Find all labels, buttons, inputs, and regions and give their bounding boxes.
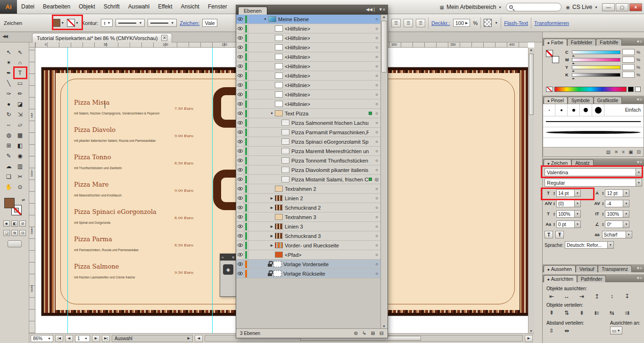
layer-row[interactable]: <Hilfslinie> ○ bbox=[236, 62, 380, 71]
target-icon[interactable]: ○ bbox=[373, 233, 380, 238]
shape-builder-tool[interactable]: ◍ bbox=[3, 130, 15, 140]
layer-name[interactable]: Textrahmen 3 bbox=[285, 214, 369, 220]
stepper-icon[interactable]: ▲▼ bbox=[553, 202, 555, 205]
restore-button[interactable]: ▢ bbox=[616, 3, 628, 11]
scrollbar-thumb[interactable] bbox=[381, 21, 387, 73]
stroke-swatch[interactable] bbox=[67, 19, 75, 27]
width-tool[interactable]: ⇔ bbox=[3, 120, 15, 130]
delete-brush-icon[interactable]: ⊟ bbox=[637, 149, 641, 155]
layer-row[interactable]: Textrahmen 3 ○ bbox=[236, 212, 380, 222]
visibility-toggle[interactable] bbox=[236, 222, 244, 231]
remove-brush-stroke-icon[interactable]: ✕ bbox=[614, 149, 618, 155]
layer-thumbnail[interactable] bbox=[281, 148, 289, 154]
vertical-scrollbar[interactable]: ▲ ▼ bbox=[528, 48, 534, 333]
scroll-down-icon[interactable]: ▼ bbox=[529, 329, 533, 333]
stepper-icon[interactable]: ▲▼ bbox=[553, 222, 555, 226]
menu-item[interactable]: Objekt bbox=[74, 0, 99, 11]
align-top-icon[interactable]: ↥ bbox=[592, 292, 602, 300]
pizza-title[interactable]: Pizza Spinaci eGorgonzola bbox=[74, 209, 189, 215]
menu-card-item[interactable]: Pizza Spinaci eGorgonzola mit Spinat und… bbox=[70, 209, 193, 229]
pizza-description[interactable]: mit Salami, frischen Champignons, Vorder… bbox=[74, 106, 189, 120]
layer-name[interactable]: <Hilfslinie> bbox=[285, 35, 369, 41]
scroll-up-icon[interactable]: ▲ bbox=[382, 15, 386, 18]
panel-tab[interactable]: ◆Absatz bbox=[571, 159, 594, 166]
align-center-h-icon[interactable]: ↔ bbox=[561, 292, 572, 300]
expand-panel-icon[interactable]: » bbox=[222, 255, 223, 260]
menu-card-item[interactable]: Pizza Tonno mit Thunfischstücken und Zwi… bbox=[70, 154, 193, 175]
layer-name[interactable]: <Hilfslinie> bbox=[285, 92, 369, 98]
gradient-mode-button[interactable]: ◧ bbox=[11, 220, 18, 227]
pencil-tool[interactable]: ✏ bbox=[15, 89, 26, 99]
chevron-right-icon[interactable]: ▶ bbox=[188, 336, 190, 340]
space-vertical-icon[interactable]: ⇳ bbox=[546, 327, 557, 335]
visibility-toggle[interactable] bbox=[236, 43, 244, 52]
brush-swatch[interactable] bbox=[555, 104, 568, 116]
layer-row[interactable]: <Hilfslinie> ○ bbox=[236, 90, 380, 99]
layer-name[interactable]: Pizza Mistamit Salami, frischen Ch... bbox=[291, 177, 369, 182]
layer-thumbnail[interactable] bbox=[275, 252, 283, 258]
layer-row[interactable]: Pizza Spinaci eGorgonzolamit Spi... ○ bbox=[236, 137, 380, 147]
target-icon[interactable]: ○ bbox=[373, 82, 380, 88]
layer-thumbnail[interactable] bbox=[275, 82, 283, 88]
layer-row[interactable]: <Hilfslinie> ○ bbox=[236, 71, 380, 81]
layer-row[interactable]: ▶ Vorder- und Rueckseite ○ bbox=[236, 241, 380, 250]
horizontal-scale-field[interactable]: 100%▼ bbox=[556, 210, 581, 218]
search-input[interactable] bbox=[506, 3, 561, 11]
brush-libraries-icon[interactable]: ▤ bbox=[606, 149, 610, 155]
layer-row[interactable]: Pizza Maremit Meeresfrüchten und ... ○ bbox=[236, 147, 380, 156]
symbol-sprayer-tool[interactable]: ☁ bbox=[3, 161, 15, 172]
visibility-toggle[interactable] bbox=[236, 212, 244, 221]
prev-artboard-button[interactable]: ◀ bbox=[65, 335, 73, 342]
target-icon[interactable]: ○ bbox=[373, 167, 380, 172]
type-tool[interactable]: T bbox=[15, 68, 26, 78]
gradient-tool[interactable]: ◧ bbox=[15, 140, 26, 151]
stepper-icon[interactable]: ▶ bbox=[465, 21, 468, 25]
mesh-tool[interactable]: ⊞ bbox=[3, 140, 15, 151]
workspace-switcher[interactable]: ▦ Mein Arbeitsbereich ▼ bbox=[440, 4, 502, 10]
lasso-tool[interactable]: ∩ bbox=[15, 57, 26, 68]
perspective-grid-tool[interactable]: ▦ bbox=[15, 130, 26, 140]
layer-thumbnail[interactable] bbox=[275, 242, 283, 248]
panel-menu-icon[interactable]: ▼≡ bbox=[636, 266, 642, 270]
target-icon[interactable]: ○ bbox=[373, 148, 380, 154]
target-icon[interactable]: ○ bbox=[373, 196, 380, 201]
pizza-description[interactable]: mit Thunfischstücken und Zwiebeln bbox=[74, 161, 189, 175]
chevron-down-icon[interactable]: ▼ bbox=[107, 21, 110, 24]
visibility-toggle[interactable] bbox=[236, 99, 244, 108]
character-panel-link[interactable]: Zeichen: bbox=[180, 20, 199, 26]
strikethrough-button[interactable]: Ŧ bbox=[555, 231, 564, 238]
visibility-toggle[interactable] bbox=[236, 137, 244, 146]
target-icon[interactable]: ○ bbox=[373, 64, 380, 69]
kerning-field[interactable]: (0)▼ bbox=[556, 200, 581, 207]
new-brush-icon[interactable]: ▣ bbox=[628, 149, 633, 155]
visibility-toggle[interactable] bbox=[236, 90, 244, 99]
distribute-top-icon[interactable]: ⇞ bbox=[546, 309, 557, 317]
layer-name[interactable]: <Hilfslinie> bbox=[285, 101, 369, 107]
align-left-icon[interactable]: ⇤ bbox=[546, 292, 557, 300]
layer-thumbnail[interactable] bbox=[275, 186, 283, 192]
make-clipping-mask-icon[interactable]: ⊚ bbox=[354, 330, 358, 336]
layer-thumbnail[interactable] bbox=[275, 63, 283, 69]
layers-scrollbar[interactable]: ▲ ▼ bbox=[380, 15, 388, 328]
pen-tool[interactable]: ✒ bbox=[3, 68, 15, 78]
layer-name[interactable]: Meine Ebene bbox=[278, 16, 369, 22]
blob-brush-tool[interactable]: ● bbox=[3, 99, 15, 109]
pizza-description[interactable]: mit Meeresfrüchten und Knoblauch bbox=[74, 188, 189, 202]
layer-row[interactable]: Pizza Tonnomit Thunfischstücken u... ○ bbox=[236, 156, 380, 165]
visibility-toggle[interactable] bbox=[236, 128, 244, 137]
none-swatch[interactable] bbox=[546, 87, 553, 92]
graphic-style-swatch[interactable] bbox=[484, 19, 492, 27]
layer-thumbnail[interactable] bbox=[281, 129, 289, 135]
panel-tab[interactable]: ◆Zeichen bbox=[544, 159, 571, 166]
channel-slider[interactable] bbox=[572, 58, 620, 62]
guide-line[interactable] bbox=[212, 48, 213, 333]
anti-alias-select[interactable]: Scharf▼ bbox=[602, 231, 632, 238]
layer-name[interactable]: Vorlage Vorderseite bbox=[283, 261, 369, 267]
pizza-title[interactable]: Pizza Salmone bbox=[74, 263, 189, 270]
layer-thumbnail[interactable] bbox=[275, 233, 283, 239]
visibility-toggle[interactable] bbox=[236, 260, 244, 269]
menu-item[interactable]: Effekt bbox=[154, 0, 176, 11]
stepper-icon[interactable]: ▲▼ bbox=[103, 21, 106, 25]
layer-name[interactable]: <Hilfslinie> bbox=[285, 45, 369, 50]
target-icon[interactable]: ○ bbox=[373, 252, 380, 257]
